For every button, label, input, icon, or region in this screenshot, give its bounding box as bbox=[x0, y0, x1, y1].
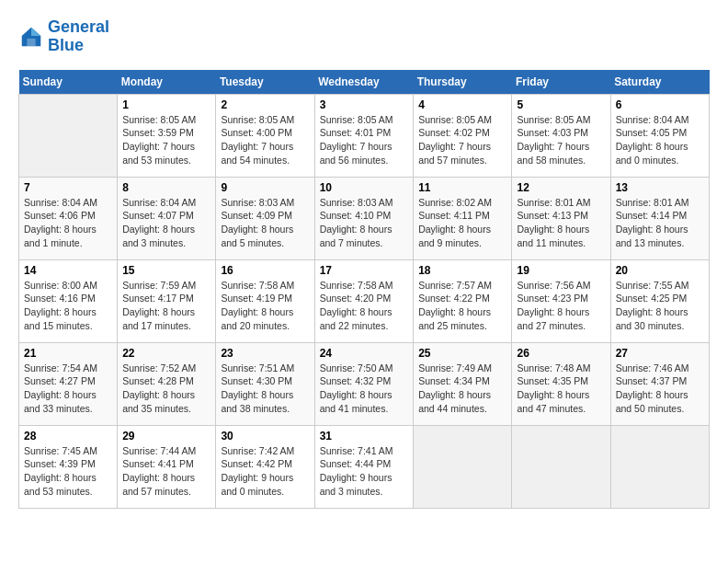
day-number: 10 bbox=[320, 181, 409, 194]
sunrise-text: Sunrise: 8:03 AM bbox=[221, 196, 309, 210]
daylight-text: Daylight: 8 hours and 44 minutes. bbox=[418, 388, 506, 415]
sunrise-text: Sunrise: 8:05 AM bbox=[122, 113, 210, 127]
day-number: 6 bbox=[616, 98, 704, 111]
week-row-3: 14 Sunrise: 8:00 AM Sunset: 4:16 PM Dayl… bbox=[19, 259, 710, 342]
sunset-text: Sunset: 4:06 PM bbox=[24, 209, 112, 223]
day-cell: 29 Sunrise: 7:44 AM Sunset: 4:41 PM Dayl… bbox=[118, 425, 216, 508]
sunrise-text: Sunrise: 7:44 AM bbox=[122, 444, 210, 458]
sunset-text: Sunset: 4:41 PM bbox=[122, 457, 210, 471]
week-row-1: 1 Sunrise: 8:05 AM Sunset: 3:59 PM Dayli… bbox=[19, 94, 710, 177]
sunrise-text: Sunrise: 7:51 AM bbox=[221, 362, 309, 375]
sunrise-text: Sunrise: 7:49 AM bbox=[418, 362, 506, 375]
sunset-text: Sunset: 3:59 PM bbox=[122, 126, 210, 140]
day-number: 27 bbox=[616, 347, 704, 360]
day-number: 14 bbox=[24, 264, 112, 277]
day-info: Sunrise: 7:46 AM Sunset: 4:37 PM Dayligh… bbox=[616, 362, 704, 416]
calendar-table: SundayMondayTuesdayWednesdayThursdayFrid… bbox=[18, 70, 710, 509]
day-info: Sunrise: 7:44 AM Sunset: 4:41 PM Dayligh… bbox=[122, 444, 210, 499]
day-number: 23 bbox=[221, 347, 309, 360]
sunset-text: Sunset: 4:23 PM bbox=[517, 292, 605, 305]
day-info: Sunrise: 8:03 AM Sunset: 4:09 PM Dayligh… bbox=[221, 196, 309, 250]
sunrise-text: Sunrise: 8:05 AM bbox=[221, 113, 309, 127]
daylight-text: Daylight: 9 hours and 3 minutes. bbox=[320, 471, 409, 498]
sunset-text: Sunset: 4:14 PM bbox=[616, 209, 704, 223]
sunset-text: Sunset: 4:16 PM bbox=[24, 292, 112, 305]
daylight-text: Daylight: 8 hours and 5 minutes. bbox=[221, 223, 309, 249]
sunset-text: Sunset: 4:22 PM bbox=[418, 292, 506, 305]
sunrise-text: Sunrise: 7:41 AM bbox=[320, 444, 409, 458]
day-number: 28 bbox=[24, 430, 112, 442]
sunset-text: Sunset: 4:35 PM bbox=[517, 374, 605, 388]
sunset-text: Sunset: 4:13 PM bbox=[517, 209, 605, 223]
header-saturday: Saturday bbox=[610, 70, 709, 95]
day-number: 22 bbox=[122, 347, 210, 360]
sunrise-text: Sunrise: 8:01 AM bbox=[517, 196, 605, 210]
day-cell: 24 Sunrise: 7:50 AM Sunset: 4:32 PM Dayl… bbox=[314, 342, 414, 425]
header-row: SundayMondayTuesdayWednesdayThursdayFrid… bbox=[19, 70, 710, 95]
logo-icon bbox=[18, 24, 44, 50]
sunset-text: Sunset: 4:01 PM bbox=[320, 126, 409, 140]
sunrise-text: Sunrise: 7:42 AM bbox=[221, 444, 309, 458]
day-info: Sunrise: 8:01 AM Sunset: 4:13 PM Dayligh… bbox=[517, 196, 605, 250]
day-cell: 31 Sunrise: 7:41 AM Sunset: 4:44 PM Dayl… bbox=[314, 425, 414, 508]
daylight-text: Daylight: 8 hours and 3 minutes. bbox=[122, 223, 210, 249]
day-number: 21 bbox=[24, 347, 112, 360]
day-cell: 12 Sunrise: 8:01 AM Sunset: 4:13 PM Dayl… bbox=[512, 177, 610, 259]
day-cell: 4 Sunrise: 8:05 AM Sunset: 4:02 PM Dayli… bbox=[414, 94, 512, 177]
week-row-5: 28 Sunrise: 7:45 AM Sunset: 4:39 PM Dayl… bbox=[19, 425, 710, 508]
day-number: 3 bbox=[320, 98, 409, 111]
day-number: 29 bbox=[122, 430, 210, 442]
day-number: 7 bbox=[24, 181, 112, 194]
sunset-text: Sunset: 4:11 PM bbox=[418, 209, 506, 223]
sunset-text: Sunset: 4:05 PM bbox=[616, 126, 704, 140]
day-info: Sunrise: 8:04 AM Sunset: 4:07 PM Dayligh… bbox=[122, 196, 210, 250]
day-info: Sunrise: 8:03 AM Sunset: 4:10 PM Dayligh… bbox=[320, 196, 409, 250]
day-number: 30 bbox=[221, 430, 309, 442]
daylight-text: Daylight: 9 hours and 0 minutes. bbox=[221, 471, 309, 498]
day-cell: 28 Sunrise: 7:45 AM Sunset: 4:39 PM Dayl… bbox=[19, 425, 118, 508]
daylight-text: Daylight: 7 hours and 57 minutes. bbox=[418, 140, 506, 167]
daylight-text: Daylight: 8 hours and 15 minutes. bbox=[24, 305, 112, 332]
day-cell: 5 Sunrise: 8:05 AM Sunset: 4:03 PM Dayli… bbox=[512, 94, 610, 177]
sunset-text: Sunset: 4:07 PM bbox=[122, 209, 210, 223]
day-cell bbox=[19, 94, 118, 177]
header-wednesday: Wednesday bbox=[314, 70, 414, 95]
day-info: Sunrise: 7:41 AM Sunset: 4:44 PM Dayligh… bbox=[320, 444, 409, 499]
day-info: Sunrise: 7:56 AM Sunset: 4:23 PM Dayligh… bbox=[517, 279, 605, 333]
daylight-text: Daylight: 8 hours and 22 minutes. bbox=[320, 305, 409, 332]
day-info: Sunrise: 7:42 AM Sunset: 4:42 PM Dayligh… bbox=[221, 444, 309, 499]
daylight-text: Daylight: 7 hours and 58 minutes. bbox=[517, 140, 605, 167]
day-cell: 20 Sunrise: 7:55 AM Sunset: 4:25 PM Dayl… bbox=[610, 259, 709, 342]
day-number: 9 bbox=[221, 181, 309, 194]
sunset-text: Sunset: 4:27 PM bbox=[24, 374, 112, 388]
day-info: Sunrise: 7:57 AM Sunset: 4:22 PM Dayligh… bbox=[418, 279, 506, 333]
day-info: Sunrise: 7:45 AM Sunset: 4:39 PM Dayligh… bbox=[24, 444, 112, 499]
sunset-text: Sunset: 4:00 PM bbox=[221, 126, 309, 140]
daylight-text: Daylight: 8 hours and 13 minutes. bbox=[616, 223, 704, 249]
sunrise-text: Sunrise: 7:50 AM bbox=[320, 362, 409, 375]
daylight-text: Daylight: 8 hours and 20 minutes. bbox=[221, 305, 309, 332]
daylight-text: Daylight: 7 hours and 56 minutes. bbox=[320, 140, 409, 167]
header-sunday: Sunday bbox=[19, 70, 118, 95]
day-cell: 15 Sunrise: 7:59 AM Sunset: 4:17 PM Dayl… bbox=[118, 259, 216, 342]
day-info: Sunrise: 7:55 AM Sunset: 4:25 PM Dayligh… bbox=[616, 279, 704, 333]
sunset-text: Sunset: 4:10 PM bbox=[320, 209, 409, 223]
sunset-text: Sunset: 4:42 PM bbox=[221, 457, 309, 471]
day-info: Sunrise: 7:48 AM Sunset: 4:35 PM Dayligh… bbox=[517, 362, 605, 416]
day-info: Sunrise: 8:05 AM Sunset: 4:01 PM Dayligh… bbox=[320, 113, 409, 167]
sunset-text: Sunset: 4:25 PM bbox=[616, 292, 704, 305]
day-number: 18 bbox=[418, 264, 506, 277]
day-info: Sunrise: 8:04 AM Sunset: 4:06 PM Dayligh… bbox=[24, 196, 112, 250]
sunset-text: Sunset: 4:20 PM bbox=[320, 292, 409, 305]
daylight-text: Daylight: 8 hours and 53 minutes. bbox=[24, 471, 112, 498]
svg-rect-2 bbox=[27, 39, 35, 46]
sunset-text: Sunset: 4:02 PM bbox=[418, 126, 506, 140]
day-number: 5 bbox=[517, 98, 605, 111]
daylight-text: Daylight: 8 hours and 38 minutes. bbox=[221, 388, 309, 415]
header-friday: Friday bbox=[512, 70, 610, 95]
day-cell: 1 Sunrise: 8:05 AM Sunset: 3:59 PM Dayli… bbox=[118, 94, 216, 177]
daylight-text: Daylight: 8 hours and 47 minutes. bbox=[517, 388, 605, 415]
day-cell: 2 Sunrise: 8:05 AM Sunset: 4:00 PM Dayli… bbox=[216, 94, 314, 177]
daylight-text: Daylight: 8 hours and 57 minutes. bbox=[122, 471, 210, 498]
day-cell: 18 Sunrise: 7:57 AM Sunset: 4:22 PM Dayl… bbox=[414, 259, 512, 342]
